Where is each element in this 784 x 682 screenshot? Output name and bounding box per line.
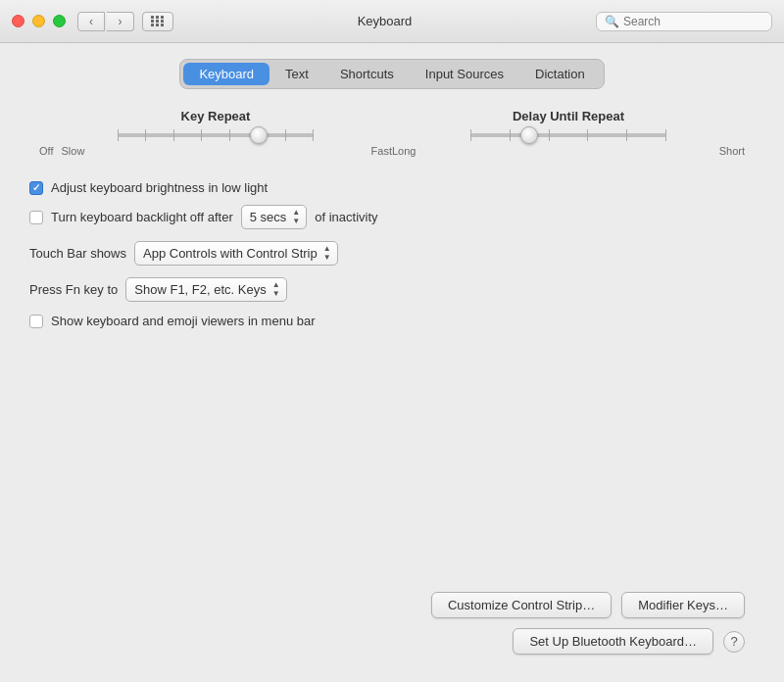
fn-key-value: Show F1, F2, etc. Keys [134, 282, 266, 297]
backlight-label: Turn keyboard backlight off after [51, 210, 233, 224]
key-repeat-fast-label: Fast [371, 145, 392, 157]
menu-bar-row: Show keyboard and emoji viewers in menu … [29, 314, 755, 328]
tab-keyboard[interactable]: Keyboard [183, 63, 270, 85]
key-repeat-label: Key Repeat [181, 109, 251, 123]
maximize-button[interactable] [53, 15, 66, 27]
fn-up-icon: ▲ [272, 281, 280, 289]
touch-bar-up-icon: ▲ [323, 245, 331, 253]
key-repeat-group: Key Repeat [39, 109, 392, 157]
menu-bar-checkbox[interactable] [29, 315, 43, 328]
close-button[interactable] [12, 15, 24, 27]
fn-down-icon: ▼ [272, 290, 280, 298]
touch-bar-select[interactable]: App Controls with Control Strip ▲ ▼ [134, 241, 338, 266]
key-repeat-range-labels: Off Slow Fast [39, 145, 392, 157]
brightness-label: Adjust keyboard brightness in low light [51, 180, 268, 195]
grid-button[interactable] [142, 12, 173, 31]
delay-repeat-track [470, 133, 666, 137]
menu-bar-label: Show keyboard and emoji viewers in menu … [51, 314, 316, 328]
sliders-section: Key Repeat [20, 109, 764, 157]
touch-bar-down-icon: ▼ [323, 254, 331, 262]
grid-icon [151, 16, 165, 26]
key-repeat-track [118, 133, 314, 137]
delay-repeat-group: Delay Until Repeat Long Short [392, 109, 745, 157]
search-input[interactable] [623, 15, 760, 28]
key-repeat-ticks [118, 129, 314, 141]
tab-dictation[interactable]: Dictation [519, 63, 601, 85]
bottom-section: Customize Control Strip… Modifier Keys… … [20, 580, 764, 666]
modifier-keys-button[interactable]: Modifier Keys… [621, 592, 745, 618]
bottom-row-1: Customize Control Strip… Modifier Keys… [39, 592, 745, 618]
bottom-row-2: Set Up Bluetooth Keyboard… ? [39, 628, 745, 666]
options-section: Adjust keyboard brightness in low light … [20, 180, 764, 338]
touch-bar-label: Touch Bar shows [29, 246, 126, 261]
fn-key-select[interactable]: Show F1, F2, etc. Keys ▲ ▼ [125, 277, 286, 302]
brightness-checkbox[interactable] [29, 181, 43, 195]
bluetooth-keyboard-button[interactable]: Set Up Bluetooth Keyboard… [513, 628, 713, 655]
nav-buttons: ‹ › [77, 12, 134, 31]
tab-bar: Keyboard Text Shortcuts Input Sources Di… [179, 59, 604, 89]
fn-key-row: Press Fn key to Show F1, F2, etc. Keys ▲… [29, 277, 755, 302]
touch-bar-arrows: ▲ ▼ [323, 245, 331, 262]
main-content: Keyboard Text Shortcuts Input Sources Di… [0, 43, 784, 682]
delay-repeat-label: Delay Until Repeat [513, 109, 624, 123]
down-arrow-icon: ▼ [292, 218, 300, 225]
key-repeat-off-label: Off [39, 145, 53, 157]
brightness-row: Adjust keyboard brightness in low light [29, 180, 755, 195]
title-bar: ‹ › Keyboard 🔍 [0, 0, 784, 43]
window-title: Keyboard [173, 14, 596, 28]
key-repeat-thumb[interactable] [250, 126, 268, 144]
inactivity-duration-value: 5 secs [250, 210, 287, 224]
window-controls [12, 15, 66, 27]
minimize-button[interactable] [32, 15, 45, 27]
customize-control-strip-button[interactable]: Customize Control Strip… [431, 592, 612, 618]
tab-input-sources[interactable]: Input Sources [410, 63, 519, 85]
delay-repeat-thumb[interactable] [520, 126, 538, 144]
delay-repeat-ticks [470, 129, 666, 141]
forward-button[interactable]: › [107, 12, 134, 31]
search-bar[interactable]: 🔍 [596, 12, 772, 31]
fn-key-arrows: ▲ ▼ [272, 281, 280, 298]
spacer [20, 338, 764, 580]
back-button[interactable]: ‹ [77, 12, 105, 31]
delay-repeat-long-label: Long [392, 145, 416, 157]
tab-text[interactable]: Text [270, 63, 324, 85]
touch-bar-value: App Controls with Control Strip [143, 246, 318, 261]
key-repeat-slider-container [118, 133, 314, 137]
inactivity-duration-arrows: ▲ ▼ [292, 209, 300, 225]
delay-repeat-short-label: Short [719, 145, 745, 157]
backlight-row: Turn keyboard backlight off after 5 secs… [29, 205, 755, 229]
fn-key-label: Press Fn key to [29, 282, 118, 297]
touch-bar-row: Touch Bar shows App Controls with Contro… [29, 241, 755, 266]
tab-shortcuts[interactable]: Shortcuts [324, 63, 410, 85]
delay-repeat-slider-container [470, 133, 666, 137]
delay-repeat-range-labels: Long Short [392, 145, 745, 157]
help-button[interactable]: ? [723, 631, 745, 653]
up-arrow-icon: ▲ [292, 209, 300, 217]
backlight-checkbox[interactable] [29, 211, 43, 224]
key-repeat-slow-label: Slow [61, 145, 84, 157]
inactivity-duration-select[interactable]: 5 secs ▲ ▼ [241, 205, 308, 229]
inactivity-suffix: of inactivity [315, 210, 377, 224]
search-icon: 🔍 [605, 15, 619, 28]
